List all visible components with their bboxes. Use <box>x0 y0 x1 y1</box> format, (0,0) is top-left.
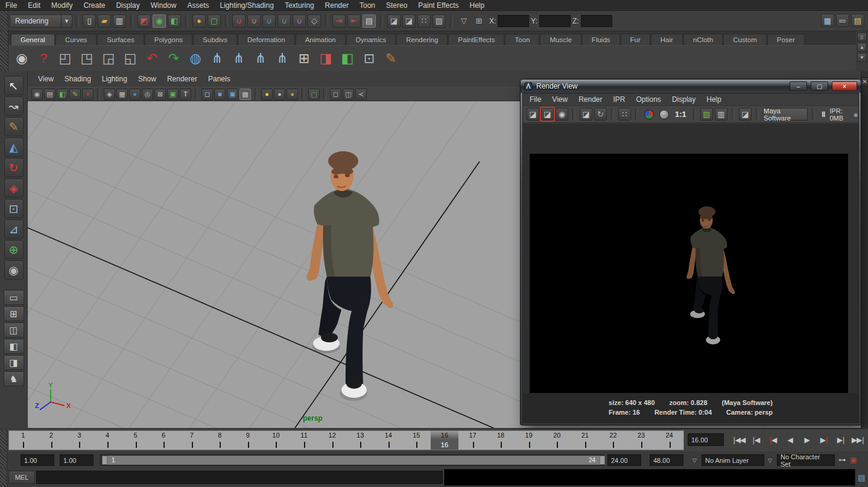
output-connections-icon[interactable]: ⇤ <box>347 14 361 28</box>
shelf-tab-muscle[interactable]: Muscle <box>540 34 581 45</box>
maximize-button[interactable]: ▢ <box>811 81 828 91</box>
render-view-menu-options[interactable]: Options <box>631 94 667 105</box>
frame-cell-6[interactable]: 6 <box>150 431 178 450</box>
shelf-tab-poser[interactable]: Poser <box>767 34 805 45</box>
frame-cell-21[interactable]: 21 <box>571 431 600 450</box>
renderer-select[interactable]: Maya Software <box>763 108 808 121</box>
render-view-menu-render[interactable]: Render <box>573 94 607 105</box>
menu-modify[interactable]: Modify <box>46 0 78 11</box>
panel-menu-renderer[interactable]: Renderer <box>162 74 203 84</box>
frame-cell-24[interactable]: 24 <box>655 431 683 450</box>
last-tool-icon[interactable]: ◉ <box>4 260 24 280</box>
shelf-tab-surfaces[interactable]: Surfaces <box>97 34 144 45</box>
field-options-arrow-icon[interactable]: ▽ <box>457 14 470 28</box>
shelf-scroll-up-icon[interactable]: ▲ <box>857 43 867 52</box>
shelf-tab-dynamics[interactable]: Dynamics <box>346 34 396 45</box>
mel-input[interactable] <box>36 471 443 484</box>
render-frame-icon[interactable]: ◪ <box>527 108 539 121</box>
anim-layer-select[interactable]: No Anim Layer <box>702 454 764 466</box>
gate-mask-icon[interactable]: ◎ <box>142 89 153 100</box>
highlight-selection-mode-icon[interactable]: ▢ <box>308 89 320 100</box>
render-settings-icon[interactable]: ▧ <box>700 108 713 121</box>
frame-cell-12[interactable]: 12 <box>318 431 346 450</box>
soft-modification-icon[interactable]: ⊿ <box>4 219 24 239</box>
panel-menu-shading[interactable]: Shading <box>59 74 97 84</box>
range-slider-grip[interactable] <box>0 452 7 468</box>
frame-cell-18[interactable]: 18 <box>487 431 515 450</box>
symmetry-icon[interactable]: ⊞ <box>472 14 486 28</box>
snap-to-grid-icon[interactable]: ∪ <box>232 14 246 28</box>
trash-icon[interactable]: ▯ <box>857 33 867 42</box>
ipr-refresh-icon[interactable]: ↻ <box>594 108 607 121</box>
close-button[interactable]: × <box>832 81 857 91</box>
frame-ruler[interactable]: 1234567891011121314151616171819202122232… <box>8 430 684 450</box>
playback-range-bar[interactable]: 1 24 <box>102 456 605 465</box>
menu-help[interactable]: Help <box>464 0 490 11</box>
snap-to-view-plane-icon[interactable]: ∪ <box>293 14 306 28</box>
layout-outliner-pane-icon[interactable]: ◧ <box>4 339 24 354</box>
field-chart-icon[interactable]: ⊠ <box>154 89 166 100</box>
auto-keyframe-icon[interactable]: ▣ <box>849 455 858 465</box>
render-view-titlebar[interactable]: Render View – ▢ × <box>521 80 861 93</box>
input-connections-icon[interactable]: ⇥ <box>332 14 346 28</box>
y-input[interactable] <box>539 15 571 27</box>
menu-paint-effects[interactable]: Paint Effects <box>413 0 464 11</box>
wireframe-icon[interactable]: ◻ <box>201 89 213 100</box>
image-plane-icon[interactable]: ✎ <box>69 89 81 100</box>
frame-cell-13[interactable]: 13 <box>346 431 375 450</box>
shelf-tab-polygons[interactable]: Polygons <box>145 34 192 45</box>
mel-label[interactable]: MEL <box>8 471 35 484</box>
save-scene-icon[interactable]: ▥ <box>113 14 126 28</box>
shelf-tab-toon[interactable]: Toon <box>505 34 539 45</box>
camera-view-icon[interactable]: ◱ <box>121 49 140 68</box>
go-to-end-button[interactable]: ▶▶| <box>849 432 866 447</box>
step-back-frame-button[interactable]: |◀ <box>765 432 781 447</box>
select-by-object-icon[interactable]: ◉ <box>153 14 166 28</box>
shading-group-icon[interactable]: ◧ <box>338 49 357 68</box>
open-scene-icon[interactable]: ▰ <box>98 14 111 28</box>
undo-icon[interactable]: ↶ <box>142 49 162 68</box>
ik-spline-icon[interactable]: ⋔ <box>251 49 270 68</box>
ipr-render-icon[interactable]: ◪ <box>402 14 416 28</box>
step-forward-key-button[interactable]: ▶| <box>832 432 849 447</box>
safe-title-icon[interactable]: T <box>180 89 191 100</box>
hypergraph-icon[interactable]: ⊞ <box>294 49 314 68</box>
frame-cell-15[interactable]: 15 <box>402 431 431 450</box>
frame-cell-9[interactable]: 9 <box>234 431 262 450</box>
menu-stereo[interactable]: Stereo <box>381 0 413 11</box>
snap-to-curve-icon[interactable]: ∪ <box>247 14 261 28</box>
paint-selection-tool-icon[interactable]: ✎ <box>4 117 24 136</box>
layout-single-pane-icon[interactable]: ▭ <box>4 290 24 305</box>
pause-ipr-button[interactable]: ‖ <box>819 110 828 119</box>
lighting-all-icon[interactable]: ● <box>261 89 273 100</box>
select-camera-icon[interactable]: ◉ <box>31 89 43 100</box>
insert-joint-icon[interactable]: ⋔ <box>273 49 292 68</box>
show-manipulator-icon[interactable]: ⊕ <box>4 240 24 259</box>
current-time-field[interactable]: 16.00 <box>688 433 724 446</box>
panel-menu-show[interactable]: Show <box>133 74 162 84</box>
rendered-image[interactable] <box>530 154 848 393</box>
frame-cell-20[interactable]: 20 <box>543 431 571 450</box>
tool-settings-icon[interactable]: ≔ <box>836 14 849 27</box>
select-by-hierarchy-icon[interactable]: ◩ <box>138 14 151 28</box>
menu-assets[interactable]: Assets <box>182 0 214 11</box>
delete-history-icon[interactable]: ◍ <box>186 49 205 68</box>
minimize-button[interactable]: – <box>790 81 807 91</box>
snapshot-icon[interactable]: ◉ <box>556 108 568 121</box>
render-current-frame-icon[interactable]: ◪ <box>387 14 401 28</box>
shelf-tab-curves[interactable]: Curves <box>55 34 97 45</box>
shelf-tab-subdivs[interactable]: Subdivs <box>193 34 237 45</box>
animation-start-field[interactable]: 1.00 <box>21 454 54 466</box>
character-set-select[interactable]: No Character Set <box>777 454 835 466</box>
frame-cell-14[interactable]: 14 <box>375 431 403 450</box>
frame-cell-7[interactable]: 7 <box>177 431 206 450</box>
range-end-handle[interactable] <box>600 456 605 465</box>
shelf-tab-animation[interactable]: Animation <box>296 34 346 45</box>
layout-custom-icon[interactable]: ♞ <box>4 371 24 386</box>
snap-to-projected-center-icon[interactable]: ∪ <box>277 14 291 28</box>
render-view-menu-display[interactable]: Display <box>667 94 701 105</box>
step-back-key-button[interactable]: |◀ <box>748 432 764 447</box>
shelf-tab-fur[interactable]: Fur <box>621 34 650 45</box>
lighting-default-icon[interactable]: ● <box>274 89 285 100</box>
play-backwards-button[interactable]: ◀ <box>782 432 798 447</box>
